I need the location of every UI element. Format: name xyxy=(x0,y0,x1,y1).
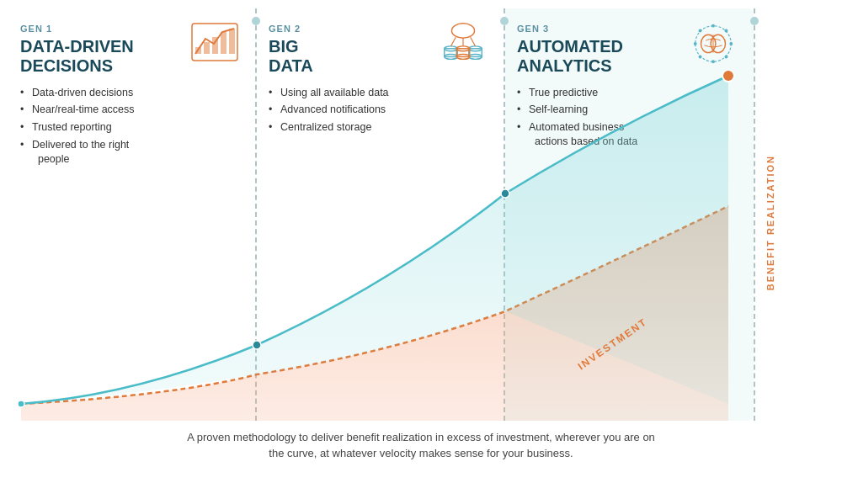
svg-point-23 xyxy=(711,24,715,28)
svg-point-27 xyxy=(699,29,702,33)
benefit-label: BENEFIT REALIZATION xyxy=(765,155,775,290)
gen1-bullet-2: Near/real-time access xyxy=(20,103,243,117)
footer-line2: the curve, at whatever velocity makes se… xyxy=(269,447,573,459)
main-container: GEN 1 DATA-DRIVENDECISIONS Data-d xyxy=(8,8,834,496)
svg-point-25 xyxy=(694,42,697,45)
gen2-bullets: Using all available data Advanced notifi… xyxy=(269,86,492,139)
gen2-column: GEN 2 BIGDATA xyxy=(257,8,505,421)
gen2-bullet-3: Centralized storage xyxy=(269,120,492,135)
gen3-top-dot xyxy=(750,17,759,25)
svg-rect-2 xyxy=(204,42,210,54)
gen3-bullet-2: Self-learning xyxy=(517,103,742,117)
gen2-divider-dot xyxy=(500,17,509,25)
gen3-bullets: True predictive Self-learning Automated … xyxy=(517,86,742,153)
gen1-bullet-4: Delivered to the right people xyxy=(20,138,243,167)
gen2-bullet-1: Using all available data xyxy=(269,86,492,100)
gen2-bullet-2: Advanced notifications xyxy=(269,103,492,117)
gen1-column: GEN 1 DATA-DRIVENDECISIONS Data-d xyxy=(8,8,257,421)
svg-point-26 xyxy=(729,42,733,45)
svg-line-18 xyxy=(471,37,476,46)
svg-point-30 xyxy=(699,56,702,59)
svg-rect-4 xyxy=(221,32,226,54)
gen1-bullet-3: Trusted reporting xyxy=(20,120,243,135)
svg-rect-3 xyxy=(212,37,218,54)
gen3-bullet-3: Automated business actions based on data xyxy=(517,120,742,149)
benefit-sidebar: BENEFIT REALIZATION xyxy=(754,8,786,421)
gen1-bullet-1: Data-driven decisions xyxy=(20,86,243,100)
footer-text: A proven methodology to deliver benefit … xyxy=(8,421,834,462)
footer-line1: A proven methodology to deliver benefit … xyxy=(187,431,655,443)
gen1-bullets: Data-driven decisions Near/real-time acc… xyxy=(20,86,243,170)
gen1-divider-dot xyxy=(252,17,260,25)
svg-line-16 xyxy=(450,37,456,46)
gen2-icon xyxy=(438,20,488,66)
gen3-column: GEN 3 AUTOMATEDANALYTICS xyxy=(505,8,754,421)
svg-point-28 xyxy=(725,56,728,59)
svg-rect-1 xyxy=(195,47,201,54)
svg-point-6 xyxy=(451,23,474,37)
svg-point-29 xyxy=(725,29,728,33)
content-panel: GEN 1 DATA-DRIVENDECISIONS Data-d xyxy=(8,8,834,421)
gen3-bullet-1: True predictive xyxy=(517,86,742,100)
gen1-icon xyxy=(189,20,240,66)
gen3-icon xyxy=(688,20,738,66)
svg-rect-5 xyxy=(229,29,235,54)
chart-area: GEN 1 DATA-DRIVENDECISIONS Data-d xyxy=(8,8,834,421)
svg-point-24 xyxy=(711,60,715,63)
